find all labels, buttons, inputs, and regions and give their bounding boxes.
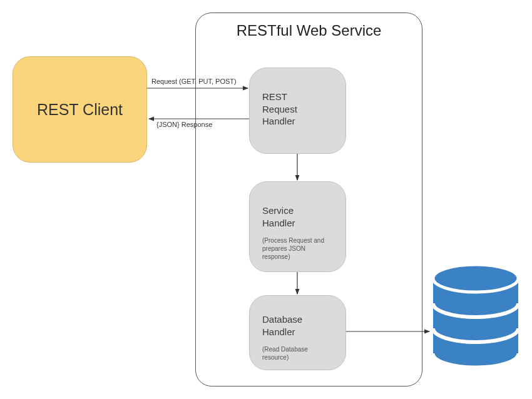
database-icon [431,263,521,369]
rest-client-box: REST Client [13,56,147,163]
service-handler-title: Service Handler [262,205,333,229]
rest-client-title: REST Client [37,101,123,119]
request-handler-title: REST Request Handler [262,91,333,128]
response-arrow-label: {JSON} Response [156,121,212,128]
request-arrow-label: Request (GET, PUT, POST) [151,78,237,85]
request-handler-box: REST Request Handler [249,68,346,154]
service-title: RESTful Web Service [196,22,422,39]
database-handler-subtitle: (Read Database resource) [262,345,333,361]
database-handler-title: Database Handler [262,313,333,338]
svg-point-7 [433,265,518,292]
service-handler-subtitle: (Process Request and prepares JSON respo… [262,236,333,261]
database-handler-box: Database Handler (Read Database resource… [249,295,346,370]
service-handler-box: Service Handler (Process Request and pre… [249,181,346,272]
